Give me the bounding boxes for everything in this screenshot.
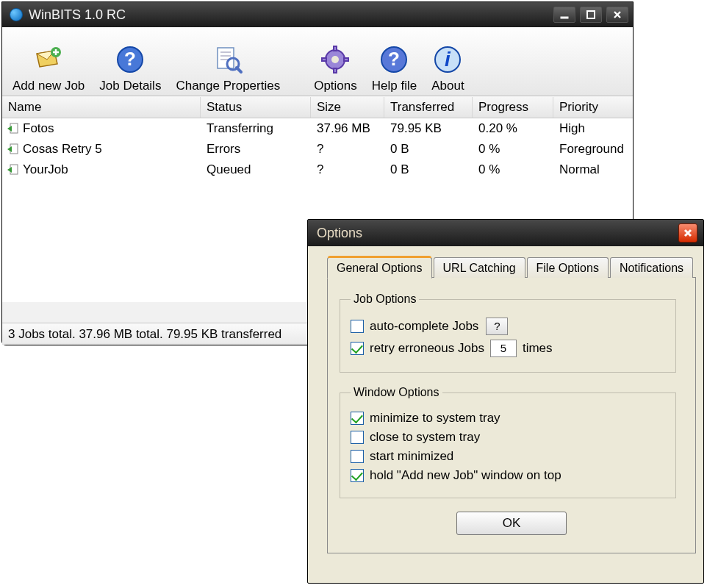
- svg-point-14: [331, 56, 339, 63]
- auto-complete-help-button[interactable]: ?: [486, 318, 508, 335]
- options-title: Options: [314, 226, 678, 241]
- cell-status: Queued: [201, 162, 311, 177]
- toolbtn-label: Job Details: [99, 79, 161, 93]
- column-header[interactable]: Transferred: [384, 97, 473, 118]
- options-title-bar[interactable]: Options: [308, 220, 703, 246]
- svg-line-12: [237, 68, 241, 72]
- window-option-label: minimize to system tray: [370, 411, 500, 426]
- svg-marker-24: [7, 126, 12, 132]
- job-options-group: Job Options auto-complete Jobs ? retry e…: [340, 293, 676, 373]
- cell-transferred: 79.95 KB: [384, 121, 473, 136]
- cell-size: ?: [311, 162, 384, 177]
- toolbtn-about[interactable]: iAbout: [424, 30, 471, 93]
- window-title: WinBITS 1.0 RC: [29, 7, 549, 23]
- options-tab-panel: Job Options auto-complete Jobs ? retry e…: [327, 277, 696, 553]
- properties-icon: [212, 43, 244, 76]
- column-headers[interactable]: NameStatusSizeTransferredProgressPriorit…: [2, 96, 633, 118]
- help-icon: ?: [378, 43, 410, 76]
- job-file-icon: [7, 164, 20, 176]
- toolbtn-label: About: [431, 79, 464, 93]
- table-row[interactable]: YourJobQueued?0 B0 %Normal: [2, 159, 633, 180]
- auto-complete-checkbox[interactable]: [351, 320, 364, 333]
- svg-marker-26: [7, 146, 12, 152]
- cell-size: 37.96 MB: [311, 121, 384, 136]
- cell-progress: 0.20 %: [473, 121, 553, 136]
- column-header[interactable]: Status: [201, 97, 311, 118]
- cell-status: Errors: [201, 142, 311, 157]
- job-name: Fotos: [23, 121, 54, 136]
- svg-rect-1: [587, 11, 595, 18]
- cell-priority: High: [553, 121, 627, 136]
- options-tabstrip: General OptionsURL CatchingFile OptionsN…: [327, 257, 696, 277]
- options-dialog: Options General OptionsURL CatchingFile …: [307, 219, 704, 584]
- job-name: YourJob: [23, 162, 68, 177]
- toolbtn-label: Help file: [372, 79, 417, 93]
- options-close-button[interactable]: [678, 223, 697, 243]
- job-file-icon: [7, 143, 20, 155]
- svg-rect-18: [344, 58, 348, 61]
- toolbar: Add new Job?Job DetailsChange Properties…: [2, 27, 633, 96]
- cell-progress: 0 %: [473, 142, 553, 157]
- retry-count-input[interactable]: 5: [490, 340, 517, 357]
- job-file-icon: [7, 123, 20, 135]
- tab-url-catching[interactable]: URL Catching: [434, 257, 525, 278]
- toolbtn-job-details[interactable]: ?Job Details: [92, 30, 168, 93]
- svg-rect-0: [561, 17, 568, 18]
- toolbtn-options[interactable]: Options: [306, 30, 365, 93]
- window-option-checkbox[interactable]: [351, 469, 364, 482]
- tab-general-options[interactable]: General Options: [327, 257, 432, 279]
- window-option-checkbox[interactable]: [351, 412, 364, 425]
- svg-text:?: ?: [124, 48, 136, 70]
- window-option-label: hold "Add new Job" window on top: [370, 468, 561, 483]
- info-qmark-icon: ?: [114, 43, 146, 76]
- cell-transferred: 0 B: [384, 142, 473, 157]
- tab-file-options[interactable]: File Options: [527, 257, 609, 278]
- retry-label: retry erroneous Jobs: [370, 341, 484, 356]
- column-header[interactable]: Size: [311, 97, 384, 118]
- window-options-group: Window Options minimize to system traycl…: [340, 386, 676, 498]
- toolbtn-add-new-job[interactable]: Add new Job: [5, 30, 92, 93]
- window-options-legend: Window Options: [351, 386, 442, 399]
- envelope-add-icon: [32, 43, 65, 76]
- svg-marker-28: [7, 167, 12, 173]
- window-option-label: close to system tray: [370, 430, 480, 445]
- title-bar[interactable]: WinBITS 1.0 RC: [2, 2, 633, 27]
- toolbtn-change-properties[interactable]: Change Properties: [168, 30, 287, 93]
- job-name: Cosas Retry 5: [23, 142, 102, 157]
- svg-rect-16: [334, 68, 337, 73]
- ok-button[interactable]: OK: [456, 512, 567, 535]
- maximize-button[interactable]: [580, 7, 602, 23]
- svg-text:i: i: [445, 48, 452, 71]
- cell-priority: Normal: [553, 162, 627, 177]
- app-icon: [10, 8, 23, 21]
- about-icon: i: [431, 43, 464, 76]
- cell-priority: Foreground: [553, 142, 627, 157]
- retry-suffix: times: [523, 341, 553, 356]
- table-row[interactable]: Cosas Retry 5Errors?0 B0 %Foreground: [2, 139, 633, 159]
- gear-icon: [319, 43, 351, 76]
- table-row[interactable]: FotosTransferring37.96 MB79.95 KB0.20 %H…: [2, 118, 633, 139]
- window-option-label: start minimized: [370, 449, 453, 464]
- column-header[interactable]: Progress: [473, 97, 553, 118]
- minimize-button[interactable]: [553, 7, 575, 23]
- column-header[interactable]: Priority: [553, 97, 627, 118]
- toolbtn-label: Change Properties: [176, 79, 280, 93]
- auto-complete-label: auto-complete Jobs: [370, 319, 478, 334]
- cell-status: Transferring: [201, 121, 311, 136]
- toolbtn-label: Options: [314, 79, 357, 93]
- svg-text:?: ?: [389, 48, 401, 70]
- toolbtn-label: Add new Job: [12, 79, 85, 93]
- close-button[interactable]: [606, 7, 628, 23]
- retry-checkbox[interactable]: [351, 342, 364, 355]
- window-option-checkbox[interactable]: [351, 431, 364, 444]
- cell-transferred: 0 B: [384, 162, 473, 177]
- column-header[interactable]: Name: [2, 97, 201, 118]
- cell-progress: 0 %: [473, 162, 553, 177]
- svg-rect-17: [322, 58, 326, 61]
- toolbtn-help-file[interactable]: ?Help file: [365, 30, 424, 93]
- window-option-checkbox[interactable]: [351, 450, 364, 463]
- cell-size: ?: [311, 142, 384, 157]
- tab-notifications[interactable]: Notifications: [610, 257, 693, 278]
- svg-rect-15: [334, 46, 337, 51]
- job-options-legend: Job Options: [351, 293, 419, 306]
